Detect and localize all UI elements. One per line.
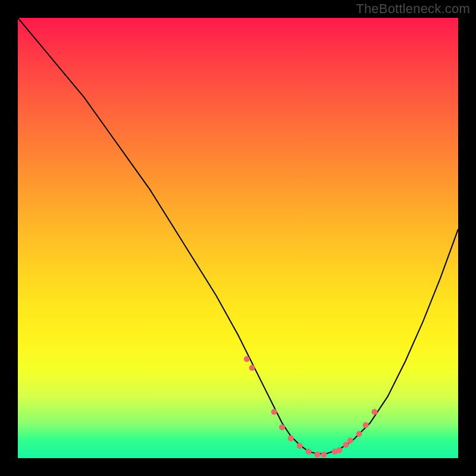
highlight-dot xyxy=(356,431,362,437)
highlight-dot xyxy=(371,409,377,415)
highlight-dot xyxy=(297,443,303,449)
highlight-dot xyxy=(288,436,294,441)
highlight-dot xyxy=(363,422,369,428)
highlight-dot xyxy=(343,442,349,448)
plot-area xyxy=(18,18,458,458)
highlight-dot xyxy=(244,356,250,362)
highlight-dot xyxy=(271,409,277,415)
watermark-text: TheBottleneck.com xyxy=(356,1,470,17)
chart-svg xyxy=(18,18,458,458)
highlight-dots-group xyxy=(244,356,378,458)
highlight-dot xyxy=(305,449,311,455)
highlight-dot xyxy=(336,447,342,453)
bottleneck-curve xyxy=(18,18,458,454)
highlight-dot xyxy=(249,365,255,371)
chart-frame: TheBottleneck.com xyxy=(0,0,476,476)
highlight-dot xyxy=(321,452,327,458)
highlight-dot xyxy=(314,452,320,458)
highlight-dot xyxy=(347,437,353,443)
highlight-dot xyxy=(279,424,285,430)
